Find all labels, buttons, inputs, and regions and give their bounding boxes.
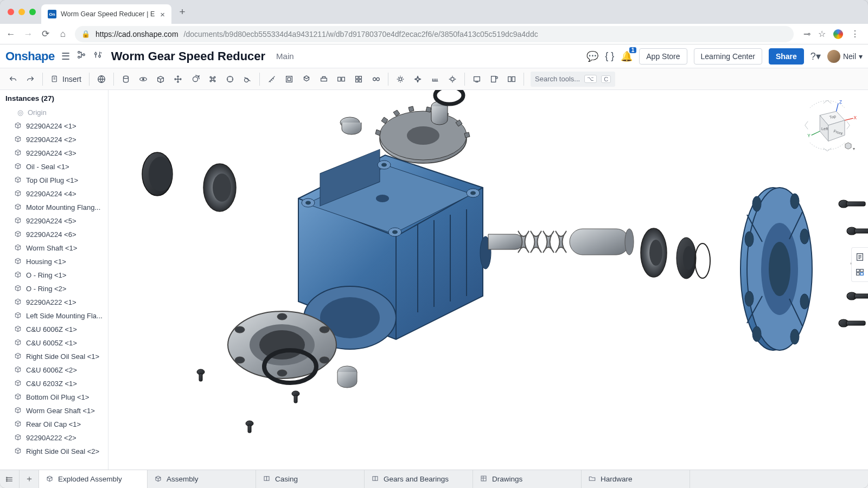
user-menu[interactable]: Neil ▾	[827, 50, 863, 63]
instance-row[interactable]: 92290A224 <1>	[0, 119, 108, 133]
instance-row[interactable]: C&U 6006Z <2>	[0, 363, 108, 377]
nav-menu-icon[interactable]: ☰	[61, 50, 70, 62]
3d-viewport[interactable]: Top Left Front X Y Z ▾	[108, 90, 868, 470]
tool-rotate-icon[interactable]	[187, 70, 204, 88]
tool-grid-icon[interactable]	[350, 70, 367, 88]
tool-settings2-icon[interactable]	[409, 70, 426, 88]
instance-row[interactable]: Worm Gear Shaft <1>	[0, 404, 108, 418]
tool-gear-icon[interactable]	[367, 70, 385, 88]
comments-icon[interactable]: 💬	[586, 50, 598, 62]
part-icon	[14, 121, 22, 131]
versions-icon[interactable]: { }	[605, 50, 614, 62]
instance-row[interactable]: C&U 6006Z <1>	[0, 323, 108, 336]
svg-point-61	[625, 229, 634, 255]
tool-mate1-icon[interactable]	[298, 70, 315, 88]
instance-row[interactable]: 92290A224 <5>	[0, 214, 108, 228]
tab-drawings[interactable]: Drawings	[473, 470, 582, 488]
rail-bom-icon[interactable]	[854, 266, 866, 278]
instance-row[interactable]: O - Ring <1>	[0, 268, 108, 282]
svg-rect-60	[570, 229, 629, 255]
tab-exploded-assembly[interactable]: Exploded Assembly	[39, 470, 148, 488]
document-title[interactable]: Worm Gear Speed Reducer	[111, 49, 265, 63]
profile-avatar[interactable]	[833, 29, 843, 39]
insert-button[interactable]: Insert	[46, 75, 86, 84]
tool-move-icon[interactable]	[169, 70, 187, 88]
notifications-icon[interactable]: 🔔1	[621, 50, 633, 62]
tool-globe-icon[interactable]	[93, 70, 110, 88]
instance-row[interactable]: Housing <1>	[0, 255, 108, 268]
instance-row[interactable]: 92290A222 <2>	[0, 431, 108, 445]
tab-manager-icon[interactable]	[0, 470, 20, 488]
tool-display3-icon[interactable]	[503, 70, 520, 88]
tool-explode-icon[interactable]	[444, 70, 461, 88]
maximize-window-btn[interactable]	[29, 9, 36, 15]
workspace-name[interactable]: Main	[276, 52, 294, 61]
tool-measure-icon[interactable]	[263, 70, 280, 88]
tool-circular-icon[interactable]	[221, 70, 239, 88]
browser-menu-icon[interactable]: ⋮	[851, 29, 859, 39]
tool-box-icon[interactable]	[152, 70, 169, 88]
browser-tab[interactable]: On Worm Gear Speed Reducer | E ×	[41, 4, 171, 24]
tab-assembly[interactable]: Assembly	[148, 470, 256, 488]
origin-row[interactable]: ◎ Origin	[0, 106, 108, 119]
back-icon[interactable]: ←	[5, 29, 16, 40]
learning-center-button[interactable]: Learning Center	[694, 48, 762, 65]
close-tab-icon[interactable]: ×	[160, 10, 165, 19]
tool-pattern-icon[interactable]	[204, 70, 221, 88]
instance-row[interactable]: C&U 6005Z <1>	[0, 336, 108, 350]
instance-row[interactable]: Right Side Oil Seal <1>	[0, 350, 108, 363]
tool-rack-icon[interactable]	[426, 70, 444, 88]
tree-icon[interactable]	[76, 50, 86, 62]
instance-row[interactable]: C&U 6203Z <1>	[0, 377, 108, 390]
new-tab-button[interactable]: +	[175, 4, 190, 20]
instance-row[interactable]: Top Oil Plug <1>	[0, 174, 108, 187]
tab-hardware[interactable]: Hardware	[582, 470, 690, 488]
reload-icon[interactable]: ⟳	[40, 28, 51, 40]
instance-row[interactable]: 92290A224 <2>	[0, 133, 108, 146]
view-cube[interactable]: Top Left Front X Y Z ▾	[797, 95, 857, 155]
undo-icon[interactable]	[4, 70, 22, 88]
redo-icon[interactable]	[22, 70, 39, 88]
help-icon[interactable]: ?▾	[810, 50, 821, 62]
instance-row[interactable]: Left Side Mounting Fla...	[0, 309, 108, 323]
config-icon[interactable]	[93, 50, 103, 62]
svg-point-72	[790, 194, 799, 209]
key-icon[interactable]: ⊸	[803, 29, 810, 39]
bookmark-icon[interactable]: ☆	[818, 29, 826, 39]
tool-tangent-icon[interactable]	[239, 70, 256, 88]
tool-relation-icon[interactable]	[333, 70, 350, 88]
instance-row[interactable]: 92290A222 <1>	[0, 296, 108, 309]
instance-row[interactable]: Motor Mounting Flang...	[0, 201, 108, 214]
search-tools[interactable]: Search tools... ⌥ C	[531, 72, 615, 87]
tool-revolve-icon[interactable]	[135, 70, 152, 88]
rail-sheet-icon[interactable]	[854, 251, 866, 263]
tool-mate2-icon[interactable]	[315, 70, 333, 88]
tool-frame-icon[interactable]	[280, 70, 298, 88]
instances-panel[interactable]: Instances (27) ◎ Origin 92290A224 <1>922…	[0, 90, 108, 470]
forward-icon[interactable]: →	[23, 29, 34, 40]
tool-settings1-icon[interactable]	[392, 70, 409, 88]
instance-row[interactable]: 92290A224 <3>	[0, 146, 108, 160]
instance-row[interactable]: Oil - Seal <1>	[0, 160, 108, 174]
tool-display1-icon[interactable]	[468, 70, 486, 88]
onshape-logo[interactable]: Onshape	[5, 49, 55, 63]
address-bar[interactable]: 🔒 https://cad.onshape.com/documents/b9d8…	[75, 26, 794, 42]
add-tab-icon[interactable]: ＋	[20, 470, 39, 488]
instance-row[interactable]: Right Side Oil Seal <2>	[0, 445, 108, 458]
tool-cylinder-icon[interactable]	[117, 70, 135, 88]
tool-display2-icon[interactable]	[486, 70, 503, 88]
close-window-btn[interactable]	[8, 9, 14, 15]
instance-row[interactable]: Worm Shaft <1>	[0, 241, 108, 255]
instance-row[interactable]: O - Ring <2>	[0, 282, 108, 296]
home-icon[interactable]: ⌂	[58, 29, 68, 40]
tab-gears-and-bearings[interactable]: Gears and Bearings	[365, 470, 473, 488]
tab-casing[interactable]: Casing	[256, 470, 365, 488]
minimize-window-btn[interactable]	[18, 9, 25, 15]
app-store-button[interactable]: App Store	[639, 48, 687, 65]
instance-row[interactable]: 92290A224 <6>	[0, 228, 108, 241]
part-icon	[14, 149, 22, 158]
instance-row[interactable]: Rear Oil Cap <1>	[0, 418, 108, 431]
share-button[interactable]: Share	[769, 48, 804, 65]
instance-row[interactable]: 92290A224 <4>	[0, 187, 108, 201]
instance-row[interactable]: Bottom Oil Plug <1>	[0, 390, 108, 404]
